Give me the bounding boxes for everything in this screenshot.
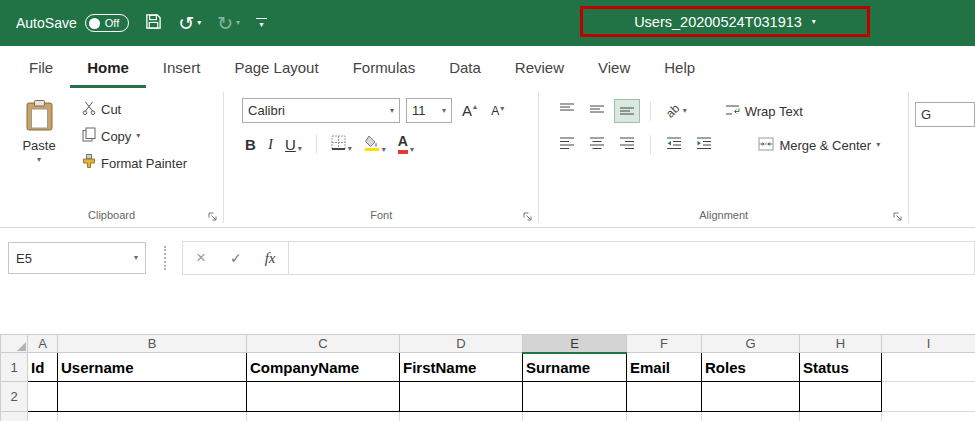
cell-partial[interactable] bbox=[627, 412, 702, 421]
column-header-G[interactable]: G bbox=[702, 335, 800, 353]
tab-view[interactable]: View bbox=[581, 46, 647, 88]
column-header-C[interactable]: C bbox=[247, 335, 400, 353]
tab-file[interactable]: File bbox=[12, 46, 70, 88]
row-header-2[interactable]: 2 bbox=[1, 382, 28, 412]
increase-font-size-button[interactable]: A ▴ bbox=[458, 102, 481, 119]
bold-button[interactable]: B bbox=[242, 136, 259, 153]
dialog-launcher-icon[interactable] bbox=[207, 211, 218, 222]
autosave-toggle[interactable]: Off bbox=[85, 14, 129, 32]
top-align-button[interactable] bbox=[555, 100, 579, 122]
merge-center-button[interactable]: Merge & Center ▾ bbox=[758, 137, 880, 154]
save-button[interactable] bbox=[145, 13, 162, 33]
font-size-select[interactable]: 11 ▾ bbox=[406, 98, 452, 123]
number-group-partial: G bbox=[909, 88, 975, 227]
paste-button[interactable]: Paste ▾ bbox=[8, 96, 70, 203]
sheet-gap bbox=[0, 288, 975, 334]
autosave-control[interactable]: AutoSave Off bbox=[16, 14, 129, 32]
customize-toolbar-button[interactable]: ▾ bbox=[256, 18, 267, 29]
column-header-H[interactable]: H bbox=[800, 335, 882, 353]
wrap-text-button[interactable]: Wrap Text bbox=[725, 103, 803, 120]
document-title[interactable]: Users_20200524T031913 bbox=[634, 14, 802, 30]
tab-review[interactable]: Review bbox=[498, 46, 581, 88]
tab-help[interactable]: Help bbox=[647, 46, 712, 88]
tab-data[interactable]: Data bbox=[432, 46, 498, 88]
tab-page-layout[interactable]: Page Layout bbox=[217, 46, 335, 88]
cell-E1[interactable]: Surname bbox=[523, 353, 627, 382]
cell-B1[interactable]: Username bbox=[58, 353, 247, 382]
cell-E2[interactable] bbox=[523, 382, 627, 412]
cancel-icon[interactable]: × bbox=[183, 248, 219, 268]
cell-F1[interactable]: Email bbox=[627, 353, 702, 382]
cell-A1[interactable]: Id bbox=[28, 353, 58, 382]
merge-center-label: Merge & Center bbox=[779, 138, 871, 153]
row-header-partial[interactable] bbox=[1, 412, 28, 421]
cell-F2[interactable] bbox=[627, 382, 702, 412]
borders-button[interactable]: ▾ bbox=[328, 135, 355, 153]
align-left-button[interactable] bbox=[555, 134, 579, 156]
cell-C1[interactable]: CompanyName bbox=[247, 353, 400, 382]
cell-D2[interactable] bbox=[400, 382, 523, 412]
cell-partial[interactable] bbox=[400, 412, 523, 421]
underline-button[interactable]: U ▾ bbox=[282, 136, 305, 153]
cell-G2[interactable] bbox=[702, 382, 800, 412]
cell-H1[interactable]: Status bbox=[800, 353, 882, 382]
cell-G1[interactable]: Roles bbox=[702, 353, 800, 382]
decrease-font-size-button[interactable]: A ▾ bbox=[487, 104, 508, 118]
font-name-select[interactable]: Calibri ▾ bbox=[242, 98, 400, 123]
select-all-corner[interactable] bbox=[1, 335, 28, 353]
chevron-down-icon: ▾ bbox=[390, 107, 394, 115]
format-painter-button[interactable]: Format Painter bbox=[82, 154, 187, 172]
grid-row-partial bbox=[1, 412, 975, 421]
cell-I2[interactable] bbox=[882, 382, 975, 412]
redo-button[interactable]: ↻ ▾ bbox=[217, 14, 240, 33]
formula-input[interactable] bbox=[289, 243, 975, 273]
chevron-down-icon[interactable]: ▾ bbox=[812, 18, 816, 26]
cell-partial[interactable] bbox=[28, 412, 58, 421]
fill-color-button[interactable]: ▾ bbox=[361, 135, 389, 154]
align-right-button[interactable] bbox=[615, 134, 639, 156]
cut-button[interactable]: Cut bbox=[82, 101, 187, 118]
undo-button[interactable]: ↺ ▾ bbox=[178, 14, 201, 33]
cell-D1[interactable]: FirstName bbox=[400, 353, 523, 382]
column-header-B[interactable]: B bbox=[58, 335, 247, 353]
insert-function-icon[interactable]: fx bbox=[253, 250, 288, 267]
row-header-1[interactable]: 1 bbox=[1, 353, 28, 382]
name-box[interactable]: E5 ▾ bbox=[8, 242, 146, 274]
cell-partial[interactable] bbox=[523, 412, 627, 421]
middle-align-button[interactable] bbox=[585, 100, 609, 122]
enter-icon[interactable]: ✓ bbox=[219, 250, 253, 266]
chevron-down-icon: ▾ bbox=[37, 156, 41, 164]
orientation-button[interactable]: ab ▾ bbox=[662, 104, 690, 118]
increase-indent-button[interactable] bbox=[692, 134, 716, 156]
formula-bar-drag-handle[interactable] bbox=[164, 246, 166, 270]
italic-button[interactable]: I bbox=[265, 136, 276, 153]
number-format-select[interactable]: G bbox=[915, 102, 975, 127]
cell-partial[interactable] bbox=[58, 412, 247, 421]
copy-button[interactable]: Copy ▾ bbox=[82, 127, 187, 145]
cell-C2[interactable] bbox=[247, 382, 400, 412]
cell-I1[interactable] bbox=[882, 353, 975, 382]
tab-insert[interactable]: Insert bbox=[146, 46, 218, 88]
decrease-indent-button[interactable] bbox=[662, 134, 686, 156]
cell-partial[interactable] bbox=[702, 412, 800, 421]
dialog-launcher-icon[interactable] bbox=[522, 211, 533, 222]
cell-A2[interactable] bbox=[28, 382, 58, 412]
cell-B2[interactable] bbox=[58, 382, 247, 412]
cell-partial[interactable] bbox=[800, 412, 882, 421]
tab-formulas[interactable]: Formulas bbox=[336, 46, 433, 88]
cell-H2[interactable] bbox=[800, 382, 882, 412]
align-center-button[interactable] bbox=[585, 134, 609, 156]
column-header-I[interactable]: I bbox=[882, 335, 975, 353]
column-header-row: A B C D E F G H I bbox=[1, 335, 975, 353]
column-header-F[interactable]: F bbox=[627, 335, 702, 353]
column-header-D[interactable]: D bbox=[400, 335, 523, 353]
column-header-E-selected[interactable]: E bbox=[523, 335, 627, 353]
cell-partial[interactable] bbox=[247, 412, 400, 421]
scissors-icon bbox=[82, 101, 96, 118]
bottom-align-button[interactable] bbox=[615, 100, 639, 122]
font-color-button[interactable]: A ▾ bbox=[395, 134, 417, 153]
dialog-launcher-icon[interactable] bbox=[892, 211, 903, 222]
tab-home[interactable]: Home bbox=[70, 46, 146, 88]
cell-partial[interactable] bbox=[882, 412, 975, 421]
column-header-A[interactable]: A bbox=[28, 335, 58, 353]
